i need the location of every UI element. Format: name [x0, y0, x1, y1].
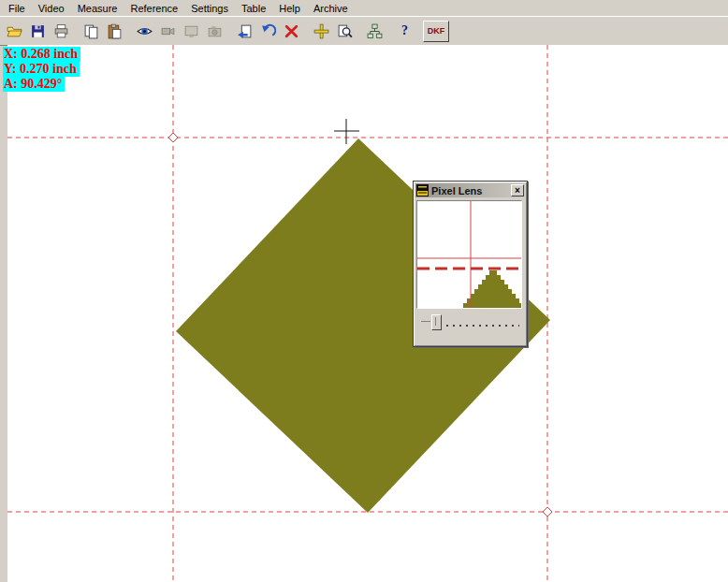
toolbar-gap — [73, 20, 80, 42]
toolbar-gap — [226, 20, 233, 42]
menu-help[interactable]: Help — [272, 1, 307, 16]
zoom-lens-button[interactable] — [333, 19, 357, 43]
pixel-lens-magnified-image — [417, 201, 521, 308]
reference-marker — [168, 133, 178, 142]
paste-icon — [107, 23, 123, 39]
readout-y: Y: 0.270 inch — [3, 62, 80, 77]
eye-icon — [137, 23, 153, 39]
menu-file[interactable]: File — [2, 1, 32, 16]
pixel-lens-view — [416, 200, 522, 309]
save-floppy-icon — [30, 23, 46, 39]
zoom-slider-ticks — [446, 325, 519, 327]
copy-icon — [83, 23, 99, 39]
menu-measure[interactable]: Measure — [71, 1, 124, 16]
dkf-button[interactable]: DKF — [423, 21, 449, 42]
open-button[interactable] — [3, 19, 26, 43]
menu-settings[interactable]: Settings — [184, 1, 235, 16]
magnified-shape-corner — [463, 270, 521, 308]
cursor-crosshair-icon — [334, 119, 359, 144]
copy-button[interactable] — [80, 19, 103, 43]
menu-bar: File Video Measure Reference Settings Ta… — [0, 0, 728, 16]
frame-grab-button[interactable] — [180, 19, 203, 43]
snapshot-button[interactable] — [203, 19, 226, 43]
help-button[interactable]: ? — [393, 19, 416, 43]
magnifier-page-icon — [337, 23, 353, 39]
toolbar-gap — [386, 20, 393, 42]
reference-marker — [543, 507, 552, 517]
structure-button[interactable] — [363, 19, 386, 43]
structure-tree-icon — [367, 23, 383, 39]
pixel-lens-app-icon — [416, 184, 429, 196]
menu-archive[interactable]: Archive — [307, 1, 355, 16]
pixel-lens-title: Pixel Lens — [431, 185, 508, 196]
menu-reference[interactable]: Reference — [124, 1, 184, 16]
snapshot-camera-icon — [207, 23, 223, 39]
toolbar-gap — [303, 20, 310, 42]
undo-arrow-icon — [260, 23, 276, 39]
measurement-canvas[interactable]: Pixel Lens × — [7, 45, 728, 582]
toolbar: ? DKF — [0, 16, 728, 46]
print-button[interactable] — [50, 19, 73, 43]
toolbar-gap — [357, 20, 363, 42]
close-button[interactable]: × — [511, 184, 524, 196]
crosshair-icon — [313, 23, 329, 39]
video-camera-button[interactable] — [156, 19, 180, 43]
frame-grab-icon — [183, 23, 199, 39]
zoom-slider-track — [421, 321, 430, 322]
undo-button[interactable] — [256, 19, 280, 43]
live-video-button[interactable] — [133, 19, 156, 43]
pixel-lens-titlebar[interactable]: Pixel Lens × — [415, 183, 525, 197]
menu-video[interactable]: Video — [32, 1, 71, 16]
save-button[interactable] — [26, 19, 50, 43]
coordinate-readout: X: 0.268 inch Y: 0.270 inch A: 90.429° — [3, 47, 80, 92]
crosshair-button[interactable] — [310, 19, 333, 43]
readout-angle: A: 90.429° — [3, 77, 65, 92]
pixel-lens-window: Pixel Lens × — [413, 181, 528, 347]
toolbar-gap — [126, 20, 133, 42]
delete-x-icon — [284, 23, 299, 39]
paste-button[interactable] — [103, 19, 126, 43]
close-icon: × — [515, 186, 520, 196]
readout-x: X: 0.268 inch — [3, 47, 80, 62]
delete-button[interactable] — [280, 19, 303, 43]
zoom-slider — [415, 314, 525, 333]
menu-table[interactable]: Table — [235, 1, 272, 16]
scene-graphics — [7, 45, 728, 582]
printer-icon — [53, 23, 69, 39]
zoom-slider-thumb[interactable] — [431, 314, 442, 330]
export-page-icon — [237, 23, 253, 39]
export-button[interactable] — [233, 19, 256, 43]
toolbar-gap — [416, 20, 423, 42]
help-question-icon: ? — [401, 23, 408, 38]
video-camera-icon — [160, 23, 176, 39]
open-folder-icon — [7, 23, 22, 39]
